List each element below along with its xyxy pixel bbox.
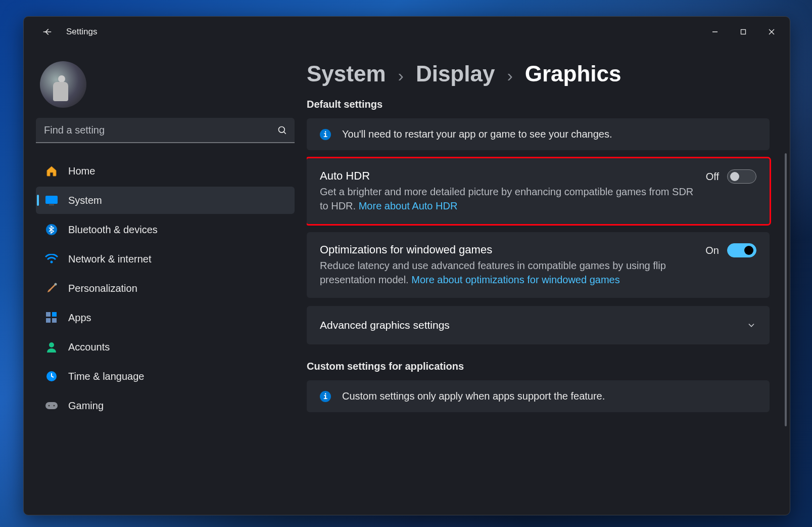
window-controls: [701, 21, 786, 43]
svg-point-9: [51, 261, 53, 264]
clock-globe-icon: [45, 370, 58, 383]
chevron-down-icon: [746, 320, 756, 330]
nav-list: Home System Bluetooth & devices: [36, 157, 295, 419]
sidebar-item-label: Apps: [68, 312, 91, 324]
sidebar-item-label: Bluetooth & devices: [68, 224, 158, 236]
sidebar-item-label: Home: [68, 165, 95, 177]
system-icon: [45, 194, 58, 207]
sidebar-item-personalization[interactable]: Personalization: [36, 275, 295, 302]
breadcrumb-item-system[interactable]: System: [307, 61, 386, 86]
info-text: Custom settings only apply when apps sup…: [342, 390, 605, 402]
wifi-icon: [45, 252, 58, 266]
svg-rect-11: [46, 312, 51, 317]
svg-rect-6: [45, 196, 58, 204]
svg-point-10: [55, 283, 57, 286]
svg-point-4: [279, 127, 285, 133]
chevron-right-icon: ›: [507, 66, 512, 85]
sidebar-item-system[interactable]: System: [36, 187, 295, 214]
info-icon: i: [320, 391, 331, 402]
svg-rect-14: [52, 318, 57, 323]
main-content: System › Display › Graphics Default sett…: [307, 47, 790, 515]
minimize-icon: [712, 29, 718, 35]
arrow-left-icon: [41, 26, 53, 37]
search-input[interactable]: [36, 118, 295, 143]
sidebar-item-label: Personalization: [68, 283, 137, 294]
windowed-opt-toggle[interactable]: [727, 243, 756, 257]
svg-point-18: [49, 405, 50, 407]
sidebar-item-label: Time & language: [68, 371, 144, 382]
svg-point-19: [54, 405, 55, 407]
advanced-graphics-settings[interactable]: Advanced graphics settings: [307, 306, 770, 344]
person-icon: [45, 340, 58, 354]
sidebar-item-label: Network & internet: [68, 253, 152, 265]
auto-hdr-more-link[interactable]: More about Auto HDR: [359, 200, 458, 211]
chevron-right-icon: ›: [398, 66, 404, 85]
sidebar-item-label: System: [68, 195, 102, 206]
sidebar-item-home[interactable]: Home: [36, 157, 295, 185]
search-box[interactable]: [36, 118, 295, 143]
info-banner-custom: i Custom settings only apply when apps s…: [307, 380, 770, 412]
auto-hdr-toggle[interactable]: [727, 169, 756, 184]
close-button[interactable]: [757, 21, 786, 43]
svg-rect-13: [46, 318, 51, 323]
bluetooth-icon: [45, 223, 58, 236]
gamepad-icon: [45, 399, 58, 412]
sidebar-item-bluetooth[interactable]: Bluetooth & devices: [36, 216, 295, 243]
breadcrumb-item-display[interactable]: Display: [416, 61, 495, 86]
paintbrush-icon: [45, 282, 58, 295]
close-icon: [769, 29, 775, 35]
setting-description: Get a brighter and more detailed picture…: [320, 185, 695, 213]
search-icon: [277, 125, 288, 136]
sidebar-item-time-language[interactable]: Time & language: [36, 363, 295, 390]
svg-rect-17: [45, 402, 58, 409]
settings-window: Settings: [23, 16, 790, 515]
sidebar-item-accounts[interactable]: Accounts: [36, 333, 295, 361]
info-banner-restart: i You'll need to restart your app or gam…: [307, 118, 770, 150]
sidebar-item-label: Gaming: [68, 400, 104, 412]
maximize-button[interactable]: [729, 21, 757, 43]
setting-auto-hdr: Auto HDR Get a brighter and more detaile…: [307, 158, 770, 224]
expand-title: Advanced graphics settings: [320, 319, 746, 331]
titlebar: Settings: [24, 17, 790, 47]
back-button[interactable]: [36, 21, 58, 43]
sidebar-item-network[interactable]: Network & internet: [36, 245, 295, 273]
svg-rect-7: [49, 204, 54, 205]
profile[interactable]: [40, 61, 295, 108]
svg-point-15: [49, 342, 54, 347]
toggle-group: Off: [706, 169, 756, 184]
breadcrumb: System › Display › Graphics: [307, 61, 770, 86]
setting-description: Reduce latency and use advanced features…: [320, 258, 694, 287]
app-title: Settings: [66, 27, 97, 37]
sidebar: Home System Bluetooth & devices: [24, 47, 307, 515]
setting-title: Optimizations for windowed games: [320, 243, 694, 256]
minimize-button[interactable]: [701, 21, 729, 43]
toggle-group: On: [705, 243, 756, 257]
toggle-state-label: Off: [706, 171, 719, 183]
setting-title: Auto HDR: [320, 169, 695, 183]
section-title-custom: Custom settings for applications: [307, 361, 770, 372]
window-body: Home System Bluetooth & devices: [24, 47, 790, 515]
avatar: [40, 61, 86, 108]
sidebar-item-gaming[interactable]: Gaming: [36, 392, 295, 419]
info-icon: i: [320, 129, 331, 140]
maximize-icon: [740, 29, 746, 35]
scrollbar[interactable]: [785, 153, 787, 426]
svg-rect-12: [52, 312, 57, 317]
info-text: You'll need to restart your app or game …: [342, 128, 612, 140]
sidebar-item-label: Accounts: [68, 341, 110, 353]
sidebar-item-apps[interactable]: Apps: [36, 304, 295, 331]
breadcrumb-item-graphics: Graphics: [525, 61, 622, 86]
svg-line-5: [284, 132, 286, 134]
svg-rect-1: [741, 30, 746, 34]
windowed-opt-more-link[interactable]: More about optimizations for windowed ga…: [411, 274, 619, 285]
toggle-state-label: On: [705, 245, 719, 256]
setting-windowed-optimizations: Optimizations for windowed games Reduce …: [307, 232, 770, 298]
home-icon: [45, 164, 58, 178]
apps-icon: [45, 311, 58, 324]
section-title-default: Default settings: [307, 99, 770, 110]
